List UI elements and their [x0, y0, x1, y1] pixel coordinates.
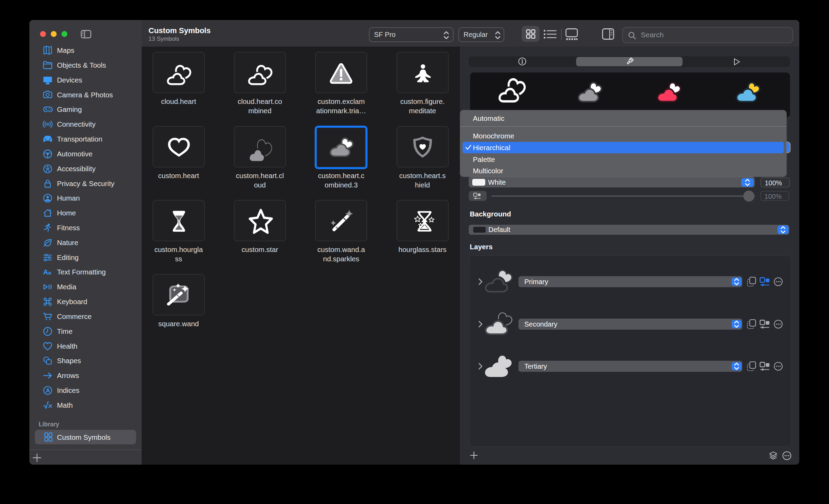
svg-text:A: A — [43, 268, 48, 276]
svg-text:a: a — [48, 270, 51, 275]
svg-text:A: A — [46, 387, 50, 394]
